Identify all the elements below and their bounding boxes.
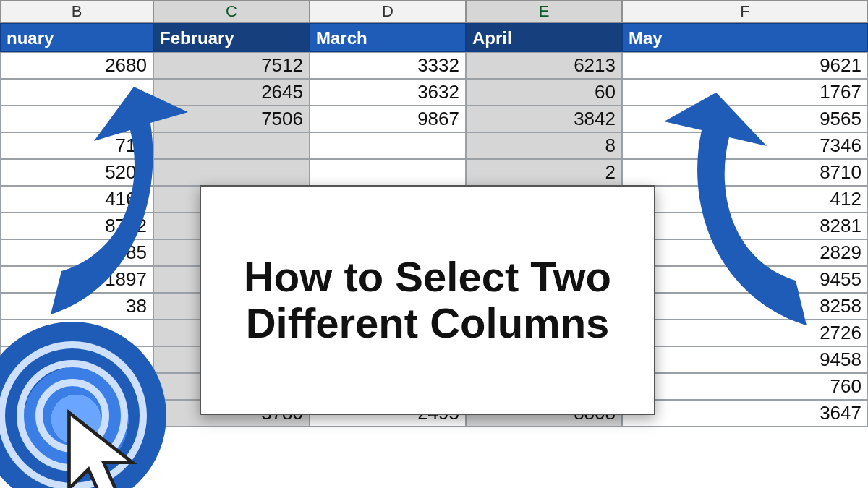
cell-e[interactable]: 8 — [466, 132, 622, 159]
cell-d[interactable]: 3632 — [310, 79, 466, 106]
cell-e[interactable]: 6213 — [466, 52, 622, 79]
month-header-row: nuary February March April May — [0, 23, 868, 52]
cell-f[interactable]: 760 — [622, 373, 868, 400]
column-header-row: B C D E F — [0, 0, 868, 23]
cell-e[interactable]: 60 — [466, 79, 622, 106]
col-header-f[interactable]: F — [622, 0, 868, 23]
cell-f[interactable]: 3647 — [622, 400, 868, 427]
tutorial-title-card: How to Select Two Different Columns — [200, 185, 655, 415]
col-header-d[interactable]: D — [310, 0, 466, 23]
col-header-e[interactable]: E — [466, 0, 622, 23]
tutorial-title-text: How to Select Two Different Columns — [218, 254, 637, 346]
cell-d[interactable]: 3332 — [310, 52, 466, 79]
col-header-c[interactable]: C — [153, 0, 310, 23]
cell-d[interactable]: 9867 — [310, 106, 466, 132]
cell-e[interactable]: 2 — [466, 159, 622, 186]
month-march[interactable]: March — [310, 23, 466, 52]
arrow-left-icon — [22, 72, 188, 333]
channel-logo — [0, 322, 166, 488]
cursor-icon — [64, 408, 150, 488]
month-april[interactable]: April — [466, 23, 622, 52]
cell-d[interactable] — [310, 132, 466, 159]
col-header-b[interactable]: B — [0, 0, 153, 23]
month-february[interactable]: February — [153, 23, 310, 52]
cell-e[interactable]: 3842 — [466, 106, 622, 132]
cell-f[interactable]: 9621 — [622, 52, 868, 79]
arrow-right-icon — [658, 80, 839, 340]
month-january[interactable]: nuary — [0, 23, 153, 52]
month-may[interactable]: May — [622, 23, 868, 52]
cell-f[interactable]: 9458 — [622, 346, 868, 373]
cell-d[interactable] — [310, 159, 466, 186]
